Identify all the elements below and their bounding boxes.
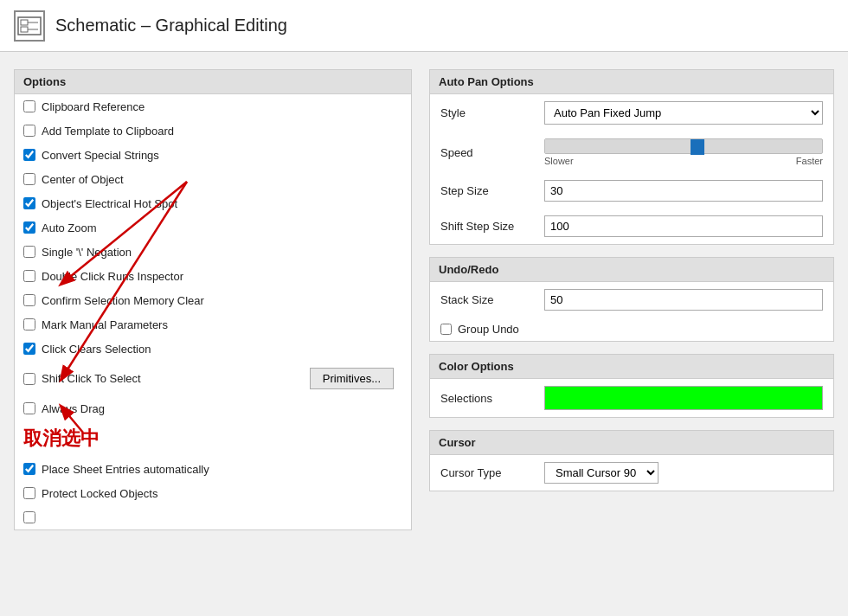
checkbox-protect-locked[interactable] <box>23 487 35 499</box>
checkbox-always-drag[interactable] <box>23 402 35 414</box>
label-place-sheet: Place Sheet Entries automatically <box>42 463 209 476</box>
label-center-object: Center of Object <box>42 173 124 186</box>
shift-step-input[interactable]: 100 <box>544 215 823 237</box>
checkbox-row-single-negation: Single '\' Negation <box>15 240 411 264</box>
step-size-row: Step Size 30 <box>430 173 833 209</box>
svg-rect-1 <box>21 20 28 25</box>
group-undo-row: Group Undo <box>430 318 833 341</box>
page-title: Schematic – Graphical Editing <box>55 16 287 35</box>
checkbox-row-extra <box>15 505 411 529</box>
cursor-type-row: Cursor Type Small Cursor 90 Large Cursor… <box>430 455 833 491</box>
color-options-section-header: Color Options <box>430 355 833 379</box>
checkbox-auto-zoom[interactable] <box>23 221 35 234</box>
stack-size-input[interactable]: 50 <box>544 289 823 311</box>
stack-size-control: 50 <box>544 289 823 311</box>
right-panel: Auto Pan Options Style Auto Pan Fixed Ju… <box>412 69 834 599</box>
cursor-section: Cursor Cursor Type Small Cursor 90 Large… <box>429 430 834 491</box>
svg-rect-2 <box>21 27 28 32</box>
label-convert-special: Convert Special Strings <box>42 149 159 162</box>
checkbox-row-clipboard-ref: Clipboard Reference <box>15 94 411 119</box>
checkbox-row-double-click: Double Click Runs Inspector <box>15 264 411 288</box>
speed-row: Speed Slower Faster <box>430 132 833 173</box>
shift-click-row: Shift Click To Select Primitives... <box>15 361 411 396</box>
step-size-control: 30 <box>544 180 823 202</box>
checkbox-add-template[interactable] <box>23 125 35 137</box>
label-auto-zoom: Auto Zoom <box>42 221 97 234</box>
options-section-header: Options <box>15 70 411 94</box>
cursor-type-control: Small Cursor 90 Large Cursor 90 Small Cu… <box>544 462 823 484</box>
speed-slider-fill <box>545 139 697 153</box>
checkbox-row-mark-manual: Mark Manual Parameters <box>15 312 411 337</box>
checkbox-row-click-clears: Click Clears Selection <box>15 337 411 361</box>
speed-faster-label: Faster <box>796 156 823 166</box>
checkbox-convert-special[interactable] <box>23 149 35 161</box>
checkbox-row-auto-zoom: Auto Zoom <box>15 215 411 240</box>
checkbox-shift-click-select[interactable] <box>23 373 35 385</box>
speed-slider-labels: Slower Faster <box>544 156 823 166</box>
label-confirm-selection-clear: Confirm Selection Memory Clear <box>42 294 204 307</box>
main-content: Options Clipboard Reference Add Template… <box>0 52 848 616</box>
primitives-button[interactable]: Primitives... <box>310 368 394 389</box>
checkbox-single-negation[interactable] <box>23 246 35 258</box>
label-shift-click-select: Shift Click To Select <box>42 372 141 385</box>
speed-slider-thumb[interactable] <box>691 139 704 155</box>
stack-size-label: Stack Size <box>440 293 536 306</box>
checkbox-clipboard-ref[interactable] <box>23 100 35 112</box>
header: Schematic – Graphical Editing <box>0 0 848 52</box>
cursor-type-label: Cursor Type <box>440 466 536 479</box>
undo-redo-section: Undo/Redo Stack Size 50 Group Undo <box>429 257 834 342</box>
checkbox-row-add-template: Add Template to Clipboard <box>15 119 411 143</box>
shift-step-row: Shift Step Size 100 <box>430 209 833 244</box>
options-panel: Options Clipboard Reference Add Template… <box>14 69 412 530</box>
step-size-label: Step Size <box>440 184 536 197</box>
checkbox-row-protect-locked: Protect Locked Objects <box>15 481 411 505</box>
stack-size-row: Stack Size 50 <box>430 282 833 318</box>
cursor-type-dropdown[interactable]: Small Cursor 90 Large Cursor 90 Small Cu… <box>544 462 658 484</box>
speed-control: Slower Faster <box>544 138 823 166</box>
checkbox-place-sheet[interactable] <box>23 463 35 475</box>
color-options-section: Color Options Selections <box>429 354 834 418</box>
speed-slider-container: Slower Faster <box>544 138 823 166</box>
checkbox-extra-option[interactable] <box>23 511 35 523</box>
label-protect-locked: Protect Locked Objects <box>42 487 157 500</box>
speed-label: Speed <box>440 146 536 159</box>
style-dropdown[interactable]: Auto Pan Fixed Jump Auto Pan ReCenter Ba… <box>544 101 823 125</box>
shift-step-label: Shift Step Size <box>440 220 536 233</box>
checkbox-mark-manual[interactable] <box>23 318 35 330</box>
selections-row: Selections <box>430 379 833 417</box>
selections-color-swatch[interactable] <box>544 386 823 410</box>
undo-redo-section-header: Undo/Redo <box>430 258 833 282</box>
label-mark-manual: Mark Manual Parameters <box>42 318 168 331</box>
speed-slower-label: Slower <box>544 156 574 166</box>
label-group-undo: Group Undo <box>458 323 519 336</box>
label-double-click-inspector: Double Click Runs Inspector <box>42 270 183 283</box>
selections-label: Selections <box>440 392 536 405</box>
checkbox-row-place-sheet: Place Sheet Entries automatically <box>15 457 411 481</box>
auto-pan-section-header: Auto Pan Options <box>430 70 833 94</box>
checkbox-double-click-inspector[interactable] <box>23 270 35 282</box>
cursor-section-header: Cursor <box>430 431 833 455</box>
checkbox-confirm-selection-clear[interactable] <box>23 294 35 306</box>
style-row: Style Auto Pan Fixed Jump Auto Pan ReCen… <box>430 94 833 132</box>
label-click-clears: Click Clears Selection <box>42 343 151 356</box>
schematic-icon <box>14 10 45 42</box>
checkbox-row-confirm-selection: Confirm Selection Memory Clear <box>15 288 411 312</box>
label-electrical-hotspot: Object's Electrical Hot Spot <box>42 197 177 210</box>
checkbox-row-always-drag: Always Drag <box>15 396 411 420</box>
annotation-text: 取消选中 <box>15 420 411 457</box>
label-clipboard-ref: Clipboard Reference <box>42 100 145 113</box>
checkbox-click-clears[interactable] <box>23 343 35 355</box>
shift-step-control: 100 <box>544 215 823 237</box>
speed-slider-track[interactable] <box>544 138 823 154</box>
auto-pan-section: Auto Pan Options Style Auto Pan Fixed Ju… <box>429 69 834 245</box>
style-label: Style <box>440 106 536 119</box>
checkbox-center-object[interactable] <box>23 173 35 185</box>
style-control: Auto Pan Fixed Jump Auto Pan ReCenter Ba… <box>544 101 823 125</box>
checkbox-row-convert-special: Convert Special Strings <box>15 143 411 167</box>
step-size-input[interactable]: 30 <box>544 180 823 202</box>
checkbox-electrical-hotspot[interactable] <box>23 197 35 209</box>
checkbox-row-center-object: Center of Object <box>15 167 411 191</box>
label-always-drag: Always Drag <box>42 402 105 415</box>
checkbox-row-electrical-hotspot: Object's Electrical Hot Spot <box>15 191 411 215</box>
checkbox-group-undo[interactable] <box>440 324 452 335</box>
